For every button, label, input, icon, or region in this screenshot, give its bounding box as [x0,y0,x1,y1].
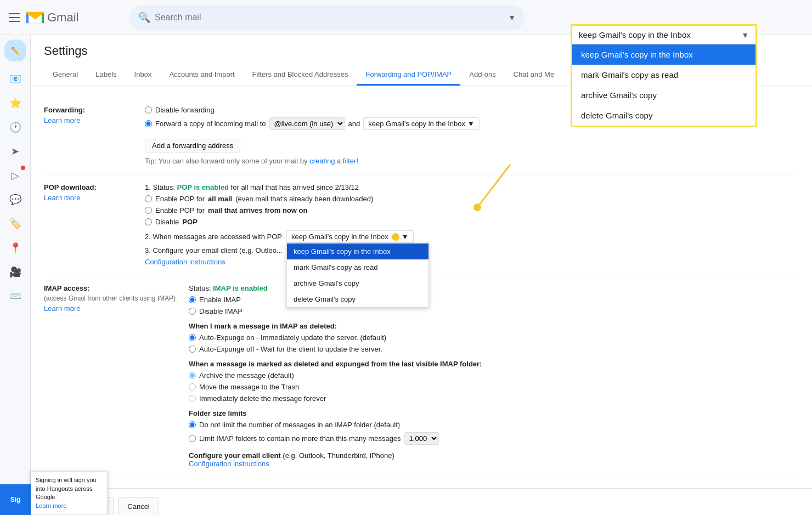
no-limit-option[interactable]: Do not limit the number of messages in a… [189,421,799,429]
tab-accounts[interactable]: Accounts and Import [160,65,243,86]
auto-expunge-on-radio[interactable] [189,334,196,341]
no-limit-radio[interactable] [189,421,196,428]
forward-action-chevron: ▼ [467,120,475,128]
pop-disable-option[interactable]: Disable POP [145,218,799,226]
forward-copy-radio[interactable] [145,120,152,127]
zoom-option-2[interactable]: mark Gmail's copy as read [572,65,755,85]
tab-labels[interactable]: Labels [87,65,125,86]
delete-forever-option[interactable]: Immediately delete the message forever [189,394,799,403]
hangouts-tooltip: Signing in will sign you into Hangouts a… [31,471,108,515]
limit-option[interactable]: Limit IMAP folders to contain no more th… [189,432,799,445]
move-trash-option[interactable]: Move the message to the Trash [189,383,799,391]
delete-forever-radio[interactable] [189,395,196,402]
add-forwarding-button[interactable]: Add a forwarding address [145,139,240,152]
sidebar-item-label[interactable]: 🏷️ [4,213,26,235]
tab-forwarding[interactable]: Forwarding and POP/IMAP [357,65,460,86]
archive-message-radio[interactable] [189,372,196,379]
search-input[interactable] [155,13,504,22]
gmail-label: Gmail [47,10,78,25]
sidebar-item-location[interactable]: 📍 [4,237,26,259]
imap-config-sub: (e.g. Outlook, Thunderbird, iPhone) [283,451,394,460]
sidebar: ✏️ 📧 ⭐ 🕐 ➤ ▷ 💬 🏷️ 📍 🎥 ⌨️ Sig Signing in … [0,35,31,515]
forwarding-learn-more[interactable]: Learn more [44,116,132,124]
hangouts-learn-more-link[interactable]: Learn more [36,502,66,509]
pop-action-menu: keep Gmail's copy in the Inbox mark Gmai… [286,243,429,308]
forward-email-select[interactable]: @live.com (in use) [269,117,345,130]
pop-learn-more[interactable]: Learn more [44,194,132,202]
sidebar-item-recent[interactable]: 🕐 [4,116,26,138]
zoom-dropdown: keep Gmail's copy in the Inbox ▼ keep Gm… [571,24,757,127]
pop-action-dropdown-wrap: keep Gmail's copy in the Inbox ▼ keep Gm… [286,230,414,243]
settings-content: Forwarding: Learn more Disable forwardin… [31,86,812,488]
pop-from-now-option[interactable]: Enable POP for mail that arrives from no… [145,206,799,214]
imap-config-label: Configure your email client [189,451,281,460]
pop-section: POP download: Learn more 1. Status: POP … [44,174,799,275]
forwarding-label: Forwarding: [44,106,132,114]
disable-imap-option[interactable]: Disable IMAP [189,307,799,315]
enable-imap-radio[interactable] [189,296,196,303]
pop-label: POP download: [44,183,132,191]
archive-message-option[interactable]: Archive the message (default) [189,371,799,380]
pop-menu-item-1[interactable]: keep Gmail's copy in the Inbox [287,244,428,259]
search-icon: 🔍 [138,12,150,24]
imap-label-wrap: IMAP access: (access Gmail from other cl… [44,284,176,468]
pop-from-now-radio[interactable] [145,207,152,214]
auto-expunge-off-radio[interactable] [189,346,196,353]
imap-status-value: IMAP is enabled [213,284,267,292]
tab-filters[interactable]: Filters and Blocked Addresses [244,65,357,86]
tab-chat[interactable]: Chat and Me [505,65,563,86]
forwarding-tip: Tip: You can also forward only some of y… [145,157,799,165]
move-trash-radio[interactable] [189,383,196,391]
sidebar-item-meet[interactable]: 🎥 [4,261,26,283]
imap-deleted-label: When I mark a message in IMAP as deleted… [189,322,799,330]
pop-config-link[interactable]: Configuration instructions [145,258,225,266]
limit-radio[interactable] [189,435,196,442]
imap-config-link[interactable]: Configuration instructions [189,460,269,468]
forward-action-dropdown[interactable]: keep Gmail's copy in the Inbox ▼ [363,117,480,130]
tab-addons[interactable]: Add-ons [460,65,504,86]
tab-inbox[interactable]: Inbox [126,65,161,86]
pop-action-chevron: ▼ [402,233,409,241]
gmail-logo: Gmail [25,10,78,25]
folder-size-label: Folder size limits [189,409,799,417]
auto-expunge-off-option[interactable]: Auto-Expunge off - Wait for the client t… [189,345,799,353]
imap-config-wrap: Configure your email client (e.g. Outloo… [189,451,799,460]
cancel-button[interactable]: Cancel [118,497,159,515]
sidebar-item-chat[interactable]: 💬 [4,189,26,211]
disable-imap-radio[interactable] [189,308,196,315]
tab-general[interactable]: General [44,65,87,86]
pop-menu-item-2[interactable]: mark Gmail's copy as read [287,259,428,275]
pop-menu-item-4[interactable]: delete Gmail's copy [287,291,428,307]
compose-button[interactable]: ✏️ [4,39,26,61]
hangouts-panel[interactable]: Sig [0,484,31,515]
pop-action-trigger[interactable]: keep Gmail's copy in the Inbox ▼ [286,230,414,243]
enable-imap-option[interactable]: Enable IMAP [189,296,799,304]
disable-forwarding-radio[interactable] [145,106,152,114]
zoom-option-4[interactable]: delete Gmail's copy [572,105,755,126]
pop-action-selected: keep Gmail's copy in the Inbox [291,233,388,241]
zoom-option-3[interactable]: archive Gmail's copy [572,85,755,105]
folder-limit-select[interactable]: 1,000 2,000 5,000 [404,432,439,445]
imap-learn-more[interactable]: Learn more [44,304,176,313]
sidebar-item-send[interactable]: ➤ [4,140,26,162]
pop-all-mail-radio[interactable] [145,195,152,202]
compose-icon: ✏️ [11,47,20,55]
sidebar-item-draft[interactable]: ▷ [4,165,26,186]
pop-menu-item-3[interactable]: archive Gmail's copy [287,275,428,291]
pop-label-wrap: POP download: Learn more [44,183,132,266]
sidebar-item-keyboard[interactable]: ⌨️ [4,285,26,307]
folder-size-group: Do not limit the number of messages in a… [189,421,799,445]
imap-label: IMAP access: [44,284,132,292]
sidebar-item-starred[interactable]: ⭐ [4,92,26,114]
pop-all-mail-option[interactable]: Enable POP for all mail (even mail that'… [145,195,799,203]
sidebar-item-mail[interactable]: 📧 [4,68,26,90]
creating-filter-link[interactable]: creating a filter! [309,157,358,165]
hamburger-icon[interactable] [9,13,20,22]
pop-disable-radio[interactable] [145,218,152,225]
search-dropdown-icon[interactable]: ▼ [508,13,516,22]
zoom-option-1[interactable]: keep Gmail's copy in the Inbox [572,44,755,65]
auto-expunge-on-option[interactable]: Auto-Expunge on - Immediately update the… [189,333,799,342]
pop-when-accessed-row: 2. When messages are accessed with POP k… [145,230,799,243]
pop-yellow-dot [392,233,399,241]
pop-status-line: 1. Status: POP is enabled for all mail t… [145,183,799,191]
